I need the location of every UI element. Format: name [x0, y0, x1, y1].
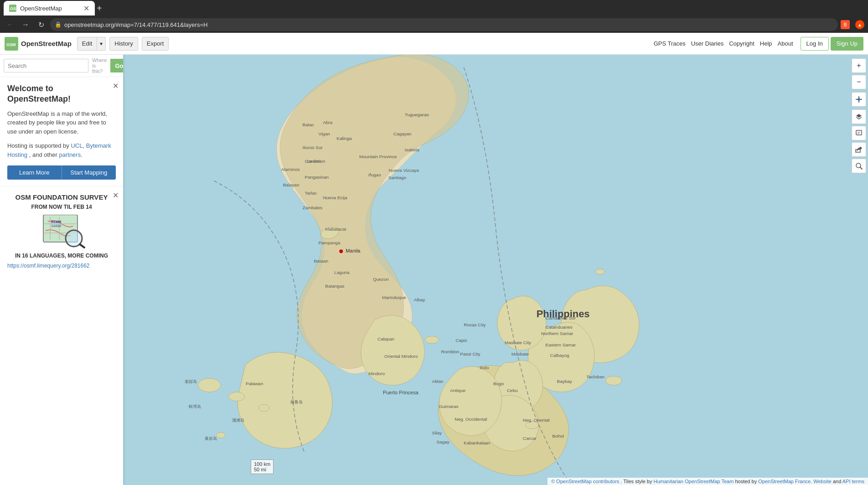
search-where-text[interactable]: Where is this?	[92, 57, 107, 74]
search-input[interactable]	[4, 59, 88, 72]
user-diaries-link[interactable]: User Diaries	[691, 40, 724, 47]
osm-logo[interactable]: OSM OpenStreetMap	[5, 37, 72, 51]
welcome-title: Welcome to OpenStreetMap!	[7, 83, 116, 105]
svg-point-17	[339, 249, 343, 253]
address-bar[interactable]: 🔒 openstreetmap.org/#map=7/14.477/119.64…	[50, 18, 838, 31]
svg-text:Roxas City: Roxas City	[464, 322, 486, 327]
tab-bar: OSM OpenStreetMap ✕ +	[0, 0, 868, 16]
layers-button[interactable]	[852, 109, 866, 124]
login-button[interactable]: Log In	[801, 37, 829, 51]
hot-link[interactable]: Humanitarian OpenStreetMap Team	[654, 479, 734, 484]
survey-panel-close-button[interactable]: ✕	[113, 191, 119, 200]
svg-line-9	[80, 244, 84, 248]
partners-link[interactable]: partners	[59, 151, 81, 158]
active-tab[interactable]: OSM OpenStreetMap ✕	[4, 1, 95, 15]
edit-button[interactable]: Edit	[77, 37, 97, 51]
tab-favicon: OSM	[9, 5, 16, 12]
svg-text:Baybay: Baybay	[557, 379, 572, 384]
tab-close-button[interactable]: ✕	[83, 4, 89, 13]
svg-text:Santiago: Santiago	[388, 175, 407, 180]
svg-text:Zambales: Zambales	[303, 205, 323, 210]
ucl-link[interactable]: UCL	[71, 142, 83, 149]
map-container[interactable]: Philippines Manila Tuguegarao Cagayan Ab…	[123, 55, 868, 485]
survey-subtitle: IN 16 LANGUAGES, MORE COMING	[7, 253, 116, 259]
svg-text:Masbate: Masbate	[512, 351, 529, 356]
svg-text:Cagayan: Cagayan	[393, 131, 412, 136]
export-button[interactable]: Export	[142, 37, 169, 51]
svg-text:Batac: Batac	[303, 122, 314, 127]
svg-text:Mabalacat: Mabalacat	[325, 227, 346, 232]
map-controls: + −	[850, 55, 868, 485]
query-button[interactable]	[852, 159, 866, 173]
osm-france-link[interactable]: OpenStreetMap France	[758, 479, 811, 484]
svg-text:OSM: OSM	[6, 42, 16, 47]
svg-point-14	[526, 422, 538, 429]
learn-more-button[interactable]: Learn More	[7, 165, 62, 180]
svg-text:Batangas: Batangas	[325, 284, 344, 289]
svg-text:Passi City: Passi City	[460, 351, 480, 356]
svg-text:Calapan: Calapan	[377, 336, 394, 341]
signup-button[interactable]: Sign Up	[831, 37, 863, 51]
svg-text:Tuguegarao: Tuguegarao	[405, 112, 429, 117]
survey-link[interactable]: https://osmf.limequery.org/281662	[7, 263, 116, 269]
address-bar-row: ← → ↻ 🔒 openstreetmap.org/#map=7/14.477/…	[0, 16, 868, 33]
share-button[interactable]	[852, 142, 866, 157]
brave-shield-icon[interactable]: B	[841, 20, 850, 29]
svg-text:Alaminos: Alaminos	[281, 167, 300, 172]
new-tab-button[interactable]: +	[97, 3, 102, 14]
map-attribution: © OpenStreetMap contributors . Tiles sty…	[548, 478, 868, 485]
svg-text:Nueva Vizcaya: Nueva Vizcaya	[389, 168, 419, 173]
about-link[interactable]: About	[778, 40, 793, 47]
geolocate-icon	[855, 96, 863, 103]
browser-chrome: OSM OpenStreetMap ✕ + ← → ↻ 🔒 openstreet…	[0, 0, 868, 33]
svg-point-15	[595, 269, 604, 274]
scale-mi: 50 mi	[254, 467, 270, 472]
brave-rewards-icon[interactable]: ▲	[855, 20, 864, 29]
welcome-description: OpenStreetMap is a map of the world, cre…	[7, 109, 116, 136]
back-button[interactable]: ←	[4, 18, 16, 31]
osm-logo-text: OpenStreetMap	[21, 40, 72, 47]
forward-button[interactable]: →	[19, 18, 32, 31]
svg-text:Marinduque: Marinduque	[382, 295, 406, 300]
survey-date: FROM NOW TIL FEB 14	[7, 204, 116, 210]
svg-point-80	[258, 404, 269, 412]
notes-button[interactable]	[852, 126, 866, 140]
svg-text:Pangasinan: Pangasinan	[305, 175, 329, 180]
svg-text:蚌湾岛: 蚌湾岛	[189, 404, 201, 409]
start-mapping-button[interactable]: Start Mapping	[62, 165, 116, 180]
auth-buttons: Log In Sign Up	[801, 37, 863, 51]
edit-dropdown-button[interactable]: ▾	[97, 37, 106, 51]
svg-point-87	[858, 98, 860, 101]
svg-text:Tacloban: Tacloban	[586, 374, 604, 379]
welcome-panel: ✕ Welcome to OpenStreetMap! OpenStreetMa…	[0, 77, 123, 186]
gps-traces-link[interactable]: GPS Traces	[654, 40, 686, 47]
search-go-button[interactable]: Go	[110, 59, 123, 72]
survey-illustration: 01100 11010	[41, 215, 82, 249]
svg-point-85	[216, 433, 225, 438]
copyright-link[interactable]: Copyright	[729, 40, 754, 47]
svg-text:Bohol: Bohol	[553, 433, 564, 439]
svg-point-12	[425, 336, 439, 343]
scale-km: 100 km	[254, 461, 270, 467]
reload-button[interactable]: ↻	[35, 18, 47, 31]
svg-text:Aklan: Aklan	[432, 379, 444, 384]
svg-text:Mountain Province: Mountain Province	[359, 154, 397, 159]
url-text: openstreetmap.org/#map=7/14.477/119.641&…	[64, 21, 833, 28]
osm-contributors-link[interactable]: © OpenStreetMap contributors	[551, 479, 619, 484]
svg-line-96	[860, 167, 862, 169]
geolocate-button[interactable]	[852, 92, 866, 107]
website-link[interactable]: Website	[813, 479, 832, 484]
zoom-in-button[interactable]: +	[852, 58, 866, 73]
map-svg: Philippines Manila Tuguegarao Cagayan Ab…	[123, 55, 868, 485]
history-button[interactable]: History	[109, 37, 138, 51]
svg-text:Iloilo: Iloilo	[480, 365, 489, 370]
zoom-out-button[interactable]: −	[852, 75, 866, 89]
svg-text:Manila: Manila	[346, 248, 361, 253]
header-nav: GPS Traces User Diaries Copyright Help A…	[654, 40, 793, 47]
help-link[interactable]: Help	[760, 40, 772, 47]
welcome-panel-close-button[interactable]: ✕	[113, 82, 119, 90]
lock-icon: 🔒	[55, 21, 62, 28]
hosting-period: .	[81, 151, 83, 158]
svg-text:Abra: Abra	[323, 120, 332, 125]
svg-text:Vigan: Vigan	[318, 131, 330, 136]
